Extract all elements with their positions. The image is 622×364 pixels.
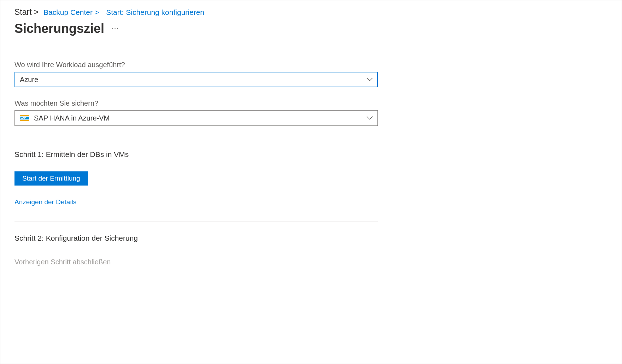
breadcrumb: Start > Backup Center > Start: Sicherung… [14,7,608,17]
workload-location-label: Wo wird Ihre Workload ausgeführt? [14,61,378,69]
workload-location-value: Azure [20,76,38,84]
backup-target-value: SAP HANA in Azure-VM [34,114,110,122]
step1-title: Schritt 1: Ermitteln der DBs in VMs [14,150,378,159]
divider [14,138,378,138]
sap-icon [20,115,29,121]
workload-location-select[interactable]: Azure [14,72,378,87]
step2-note: Vorherigen Schritt abschließen [14,258,378,266]
breadcrumb-sep: > [95,8,99,17]
breadcrumb-configure-backup[interactable]: Start: Sicherung konfigurieren [106,8,204,17]
chevron-down-icon [366,78,373,82]
breadcrumb-start[interactable]: Start [14,7,32,17]
more-actions-icon[interactable]: ··· [111,24,119,34]
divider [14,277,378,277]
chevron-down-icon [366,116,373,120]
backup-target-label: Was möchten Sie sichern? [14,99,378,107]
breadcrumb-backup-center[interactable]: Backup Center [43,8,93,17]
page-title: Sicherungsziel [14,21,104,36]
view-details-link[interactable]: Anzeigen der Details [14,198,76,206]
breadcrumb-sep: > [34,7,39,17]
step2-title: Schritt 2: Konfiguration der Sicherung [14,234,378,242]
divider [14,222,378,222]
backup-target-select[interactable]: SAP HANA in Azure-VM [14,110,378,126]
start-discovery-button[interactable]: Start der Ermittlung [14,171,88,186]
